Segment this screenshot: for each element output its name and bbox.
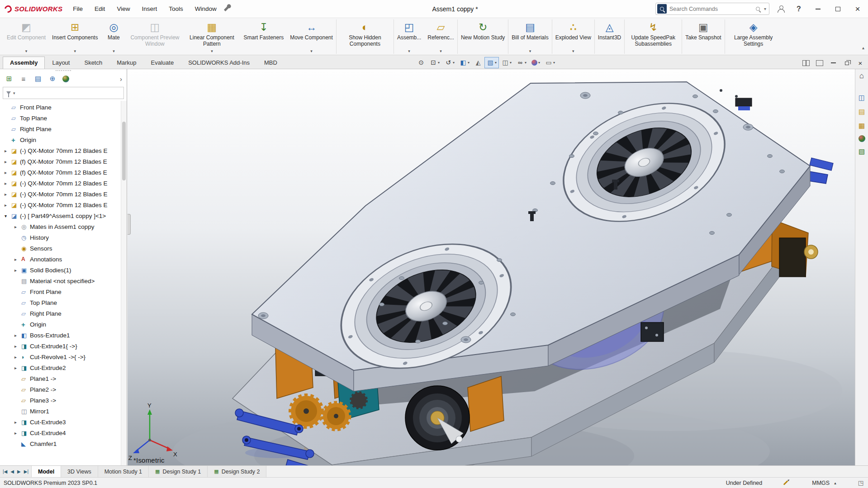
- expand-arrow-icon[interactable]: [14, 268, 21, 273]
- doc-tab-motion-study-1[interactable]: Motion Study 1: [98, 466, 149, 477]
- expand-arrow-icon[interactable]: [5, 203, 11, 208]
- tree-sensors[interactable]: Sensors: [0, 243, 127, 254]
- task-pane-home-icon[interactable]: ⌂: [857, 71, 866, 81]
- tree-scrollbar[interactable]: [121, 101, 127, 465]
- window-maximize-button[interactable]: [830, 2, 845, 16]
- tree-solid-bodies[interactable]: Solid Bodies(1): [0, 265, 127, 275]
- tree-cut-extrude1[interactable]: Cut-Extrude1{ ->}: [0, 341, 127, 351]
- tab-markup[interactable]: Markup: [109, 57, 143, 69]
- zoom-to-area-button[interactable]: ▾: [427, 57, 442, 68]
- tree-qx-motor-4[interactable]: (-) QX-Motor 70mm 12 Blades E: [0, 178, 127, 189]
- ribbon-assembly-features[interactable]: Assemb... ▾: [394, 19, 424, 54]
- pin-menu-icon[interactable]: [224, 6, 229, 11]
- previous-view-button[interactable]: ▾: [442, 57, 457, 68]
- doc-tab-model[interactable]: Model: [32, 466, 61, 477]
- ribbon-edit-component[interactable]: Edit Component ▾: [4, 19, 49, 54]
- menu-file[interactable]: File: [67, 3, 89, 15]
- tree-part-top-plane[interactable]: Top Plane: [0, 297, 127, 308]
- ribbon-reference-geometry[interactable]: Referenc... ▾: [424, 19, 458, 54]
- last-tab-arrow-icon[interactable]: ▶|: [24, 469, 28, 474]
- view-orientation-button[interactable]: ▾: [484, 57, 499, 68]
- menu-tools[interactable]: Tools: [163, 3, 189, 15]
- solidworks-resources-icon[interactable]: ◫: [857, 93, 866, 102]
- top-connector[interactable]: [735, 98, 752, 110]
- expand-arrow-icon[interactable]: [5, 148, 11, 153]
- ribbon-collapse-button[interactable]: ▴: [862, 45, 864, 50]
- status-edit-icon[interactable]: ◳: [858, 479, 863, 486]
- section-view-button[interactable]: ▾: [457, 57, 472, 68]
- expand-arrow-icon[interactable]: [5, 181, 11, 186]
- menu-view[interactable]: View: [111, 3, 136, 15]
- tree-filter-field[interactable]: ▾: [3, 87, 124, 99]
- ribbon-smart-fasteners[interactable]: Smart Fasteners ▾: [240, 19, 287, 54]
- display-style-button[interactable]: ▾: [499, 57, 514, 68]
- search-options-caret-icon[interactable]: ▾: [764, 6, 766, 11]
- tree-history[interactable]: History: [0, 232, 127, 243]
- search-commands-box[interactable]: ▾: [655, 3, 769, 15]
- ribbon-mate[interactable]: Mate ▾: [101, 19, 126, 54]
- dimxpert-manager-tab[interactable]: ⊕: [48, 74, 57, 83]
- panel-splitter-handle[interactable]: [128, 214, 131, 235]
- zoom-to-fit-button[interactable]: ▾: [415, 57, 427, 68]
- tree-part-front-plane[interactable]: Front Plane: [0, 286, 127, 297]
- ribbon-large-assembly-settings[interactable]: Large Assembly Settings ▾: [725, 19, 782, 54]
- property-manager-tab[interactable]: ≡: [19, 74, 28, 83]
- document-minimize-button[interactable]: [827, 58, 839, 67]
- expand-arrow-icon[interactable]: [14, 420, 21, 425]
- custom-properties-icon[interactable]: ▧: [857, 147, 866, 156]
- split-pane-vertical-button[interactable]: [814, 58, 825, 67]
- expand-arrow-icon[interactable]: [5, 159, 11, 164]
- ribbon-new-motion-study[interactable]: New Motion Study ▾: [458, 19, 508, 54]
- tree-chamfer1[interactable]: Chamfer1: [0, 438, 127, 449]
- tree-part-origin[interactable]: Origin: [0, 319, 127, 330]
- tree-front-plane[interactable]: Front Plane: [0, 102, 127, 113]
- window-minimize-button[interactable]: [810, 2, 825, 16]
- search-icon[interactable]: [755, 6, 761, 12]
- menu-window[interactable]: Window: [189, 3, 223, 15]
- ribbon-take-snapshot[interactable]: Take Snapshot ▾: [682, 19, 725, 54]
- tree-mirror1[interactable]: Mirror1: [0, 406, 127, 417]
- units-selector[interactable]: MMGS ▴: [812, 480, 836, 486]
- doc-tab-design-study-2[interactable]: Design Study 2: [208, 466, 266, 477]
- document-close-button[interactable]: ×: [854, 58, 866, 67]
- tab-solidworks-add-ins[interactable]: SOLIDWORKS Add-Ins: [181, 57, 257, 69]
- tree-cut-extrude2[interactable]: Cut-Extrude2: [0, 362, 127, 373]
- expand-arrow-icon[interactable]: [5, 213, 11, 218]
- expand-arrow-icon[interactable]: [14, 431, 21, 436]
- tree-origin[interactable]: Origin: [0, 134, 127, 145]
- ribbon-instant3d[interactable]: Instant3D ▾: [595, 19, 625, 54]
- ribbon-update-speedpak-subassemblies[interactable]: Update SpeedPak Subassemblies ▾: [625, 19, 682, 54]
- assembly-3d-model[interactable]: Y X Z: [128, 69, 855, 465]
- tree-plane2[interactable]: Plane2 ->: [0, 384, 127, 395]
- tree-annotations[interactable]: Annotations: [0, 254, 127, 265]
- first-tab-arrow-icon[interactable]: |◀: [3, 469, 7, 474]
- edit-appearance-button[interactable]: ▾: [529, 57, 542, 68]
- tree-top-plane[interactable]: Top Plane: [0, 113, 127, 123]
- filter-caret-icon[interactable]: ▾: [13, 91, 15, 95]
- ribbon-component-preview-window[interactable]: Component Preview Window ▾: [126, 19, 183, 54]
- tree-plane1[interactable]: Plane1 ->: [0, 373, 127, 384]
- expand-arrow-icon[interactable]: [14, 257, 21, 262]
- tab-mbd[interactable]: MBD: [257, 57, 285, 69]
- tree-cut-extrude4[interactable]: Cut-Extrude4: [0, 427, 127, 438]
- tree-qx-motor-2[interactable]: (f) QX-Motor 70mm 12 Blades E: [0, 156, 127, 167]
- doc-tab-3d-views[interactable]: 3D Views: [61, 466, 98, 477]
- tree-plane3[interactable]: Plane3 ->: [0, 395, 127, 406]
- expand-arrow-icon[interactable]: [5, 192, 11, 197]
- view-settings-button[interactable]: ▾: [543, 57, 557, 68]
- tree-boss-extrude1[interactable]: Boss-Extrude1: [0, 330, 127, 341]
- doc-tab-design-study-1[interactable]: Design Study 1: [149, 466, 208, 477]
- tree-part-right-plane[interactable]: Right Plane: [0, 308, 127, 319]
- ribbon-exploded-view[interactable]: Exploded View ▾: [552, 19, 595, 54]
- tab-evaluate[interactable]: Evaluate: [144, 57, 181, 69]
- next-tab-arrow-icon[interactable]: ▶: [17, 469, 21, 474]
- expand-arrow-icon[interactable]: [14, 365, 21, 370]
- window-close-button[interactable]: ×: [850, 2, 865, 16]
- tree-material[interactable]: Material <not specified>: [0, 275, 127, 286]
- document-restore-button[interactable]: [841, 58, 853, 67]
- dynamic-annotation-views-button[interactable]: ▾: [472, 57, 484, 68]
- user-account-button[interactable]: [774, 2, 787, 16]
- display-manager-tab[interactable]: [62, 76, 69, 82]
- help-button[interactable]: ?: [792, 2, 806, 16]
- split-pane-horizontal-button[interactable]: [800, 58, 812, 67]
